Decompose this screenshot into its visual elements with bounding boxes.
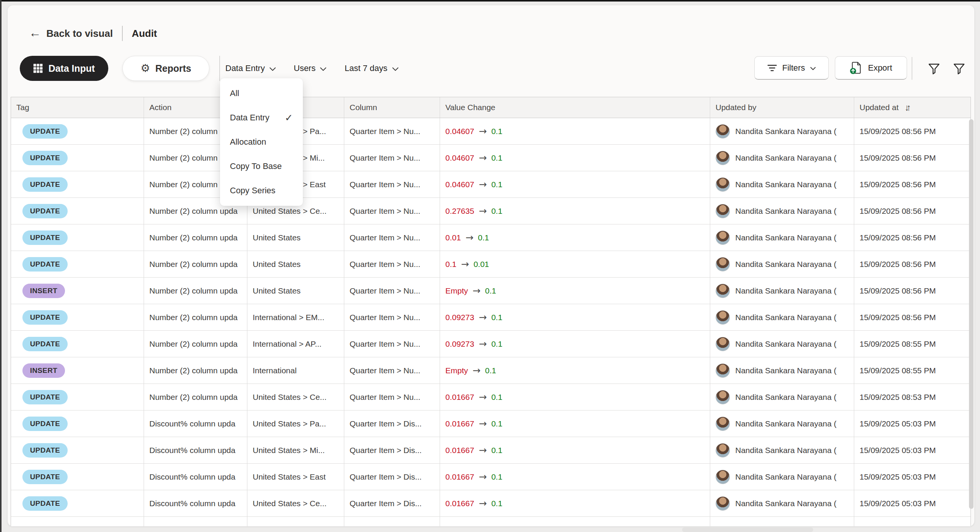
data-input-button[interactable]: Data Input	[20, 56, 108, 81]
slice-text: United States > Mi...	[253, 446, 325, 455]
column-cell: Quarter Item > Dis...	[344, 410, 440, 437]
page-title: Audit	[132, 28, 157, 40]
column-cell: Quarter Item > Nu...	[344, 145, 440, 171]
check-icon: ✓	[285, 112, 293, 124]
type-filter-dropdown[interactable]: Data Entry	[225, 56, 276, 81]
arrow-right-icon: →	[479, 498, 487, 509]
table-header: Tag Action Column Value Change Updated b…	[11, 97, 970, 118]
value-change-cell: 0.01667 → 0.1	[440, 384, 710, 410]
avatar	[716, 337, 730, 351]
menu-item-allocation[interactable]: Allocation	[220, 130, 303, 154]
back-arrow-icon[interactable]: ←	[29, 27, 41, 39]
column-header-updated-by[interactable]: Updated by	[710, 97, 854, 118]
time-text: 15/09/2025 08:56 PM	[859, 233, 936, 242]
old-value: 0.04607	[445, 153, 474, 162]
funnel-icon[interactable]	[952, 62, 966, 76]
time-text: 15/09/2025 08:56 PM	[859, 260, 936, 269]
user-name: Nandita Sankara Narayana (	[735, 419, 836, 428]
time-text: 15/09/2025 08:53 PM	[859, 393, 936, 402]
column-header-tag[interactable]: Tag	[11, 97, 144, 118]
funnel-icon[interactable]	[927, 62, 941, 76]
reports-label: Reports	[156, 63, 191, 74]
slice-text: United States > Pa...	[253, 419, 326, 428]
column-header-updated-at[interactable]: Updated at ↓↑	[854, 97, 970, 118]
updated-by-cell: Nandita Sankara Narayana (	[710, 384, 854, 410]
action-text: Number (2) column upda	[150, 233, 237, 242]
updated-by-cell: Nandita Sankara Narayana (	[710, 145, 854, 171]
tag-badge: UPDATE	[22, 177, 68, 192]
menu-item-all[interactable]: All	[220, 81, 303, 106]
back-to-visual-link[interactable]: Back to visual	[46, 28, 113, 40]
updated-at-cell: 15/09/2025 05:03 PM	[854, 490, 970, 516]
column-text: Quarter Item > Nu...	[350, 180, 420, 189]
table-rows: UPDATE Number (2) column upda United Sta…	[11, 118, 970, 517]
updated-by-cell: Nandita Sankara Narayana (	[710, 490, 854, 516]
value-change-cell: 0.01667 → 0.1	[440, 490, 710, 516]
chevron-down-icon	[320, 67, 326, 71]
table-row: UPDATE Number (2) column upda United Sta…	[11, 171, 970, 198]
updated-by-cell: Nandita Sankara Narayana (	[710, 224, 854, 251]
audit-card: ← Back to visual Audit Data Input ⚙ Repo…	[8, 5, 974, 526]
user-name: Nandita Sankara Narayana (	[735, 233, 836, 242]
value-change-cell: 0.01 → 0.1	[440, 224, 710, 251]
arrow-right-icon: →	[473, 365, 481, 376]
slice-cell: United States > Mi...	[247, 437, 344, 463]
menu-item-copy-to-base[interactable]: Copy To Base	[220, 154, 303, 178]
arrow-right-icon: →	[479, 179, 487, 190]
updated-by-cell: Nandita Sankara Narayana (	[710, 198, 854, 224]
window-edge-left	[0, 0, 2, 532]
breadcrumb: ← Back to visual Audit	[29, 24, 157, 43]
new-value: 0.1	[485, 286, 496, 295]
vertical-scrollbar[interactable]	[969, 119, 974, 509]
new-value: 0.1	[491, 472, 502, 481]
column-cell: Quarter Item > Nu...	[344, 118, 440, 144]
table-row: UPDATE Number (2) column upda Internatio…	[11, 331, 970, 357]
column-cell: Quarter Item > Nu...	[344, 278, 440, 304]
menu-item-copy-series[interactable]: Copy Series	[220, 178, 303, 203]
table-row: UPDATE Number (2) column upda United Sta…	[11, 251, 970, 278]
menu-item-label: Allocation	[230, 137, 266, 147]
column-header-value-change[interactable]: Value Change	[440, 97, 710, 118]
tag-cell: INSERT	[11, 278, 144, 304]
tag-badge: UPDATE	[22, 204, 68, 218]
updated-at-cell: 15/09/2025 05:03 PM	[854, 410, 970, 437]
new-value: 0.1	[491, 340, 502, 349]
sort-icon[interactable]: ↓↑	[905, 102, 911, 113]
slice-text: United States	[253, 260, 301, 269]
updated-at-cell: 15/09/2025 08:56 PM	[854, 304, 970, 330]
menu-item-label: Data Entry	[230, 113, 269, 123]
time-text: 15/09/2025 08:56 PM	[859, 153, 936, 162]
updated-at-cell: 15/09/2025 08:56 PM	[854, 118, 970, 144]
arrow-right-icon: →	[479, 338, 487, 349]
avatar	[716, 177, 730, 192]
horizontal-scrollbar[interactable]	[682, 527, 813, 532]
menu-item-data-entry[interactable]: Data Entry✓	[220, 106, 303, 130]
updated-at-cell: 15/09/2025 08:56 PM	[854, 278, 970, 304]
users-filter-dropdown[interactable]: Users	[294, 56, 326, 81]
column-header-column[interactable]: Column	[344, 97, 440, 118]
column-cell: Quarter Item > Dis...	[344, 464, 440, 490]
table-row-partial	[11, 517, 970, 526]
column-text: Quarter Item > Dis...	[350, 446, 422, 455]
tag-cell: UPDATE	[11, 118, 144, 144]
date-filter-dropdown[interactable]: Last 7 days	[345, 56, 399, 81]
table-row: UPDATE Number (2) column upda United Sta…	[11, 384, 970, 410]
value-change-cell: 0.01667 → 0.1	[440, 437, 710, 463]
filters-label: Filters	[783, 63, 805, 73]
menu-item-label: Copy Series	[230, 186, 275, 195]
value-change-cell: 0.09273 → 0.1	[440, 331, 710, 357]
tag-badge: UPDATE	[22, 390, 68, 404]
time-text: 15/09/2025 08:56 PM	[859, 313, 936, 322]
export-file-icon	[850, 61, 862, 75]
slice-cell: United States > Ce...	[247, 384, 344, 410]
filters-button[interactable]: Filters	[754, 56, 829, 80]
avatar	[716, 124, 730, 138]
column-cell: Quarter Item > Nu...	[344, 384, 440, 410]
updated-by-cell: Nandita Sankara Narayana (	[710, 304, 854, 330]
reports-button[interactable]: ⚙ Reports	[123, 56, 209, 81]
updated-at-cell: 15/09/2025 08:56 PM	[854, 198, 970, 224]
slice-text: United States > Ce...	[253, 206, 326, 216]
export-button[interactable]: Export	[835, 56, 907, 80]
updated-by-cell: Nandita Sankara Narayana (	[710, 437, 854, 463]
action-text: Number (2) column upda	[150, 286, 237, 295]
